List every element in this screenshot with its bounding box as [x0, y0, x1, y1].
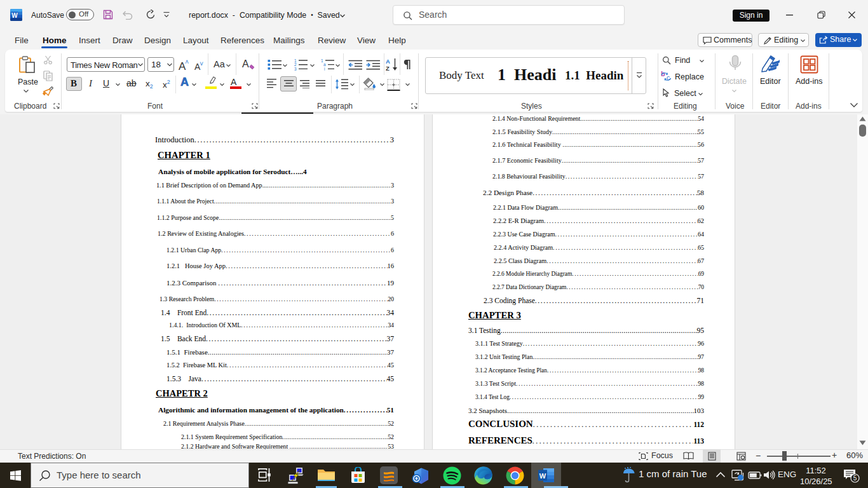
svg-text:i: i — [324, 67, 325, 71]
svg-text:Z: Z — [386, 65, 390, 72]
svg-text:W: W — [539, 472, 546, 480]
svg-text:3: 3 — [294, 67, 297, 71]
svg-text:W: W — [11, 12, 18, 19]
svg-text:A: A — [386, 58, 390, 65]
svg-text:5: 5 — [853, 475, 857, 482]
